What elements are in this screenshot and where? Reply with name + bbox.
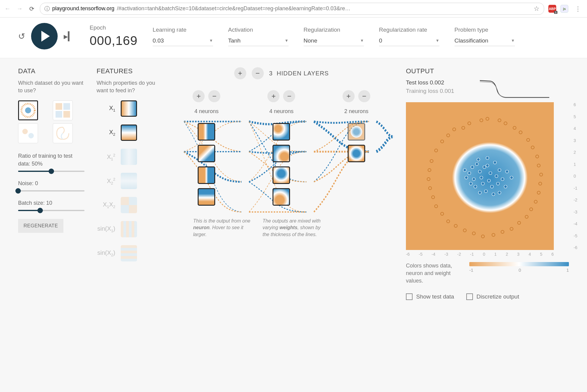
output-column: OUTPUT Test loss 0.002 Training loss 0.0… (406, 67, 569, 392)
play-button[interactable] (31, 23, 58, 49)
batch-slider[interactable] (18, 210, 85, 211)
epoch-display: Epoch 000,169 (90, 24, 138, 48)
neuron[interactable] (198, 188, 215, 206)
output-heatmap[interactable] (406, 102, 554, 250)
remove-layer-button[interactable]: − (252, 67, 264, 79)
svg-point-39 (463, 169, 466, 172)
svg-point-36 (492, 193, 495, 196)
layer-2-count: 4 neurons (269, 108, 293, 115)
svg-point-25 (480, 176, 483, 179)
svg-point-31 (501, 178, 504, 181)
remove-neuron-button[interactable]: − (208, 90, 220, 102)
svg-rect-11 (129, 205, 137, 213)
playback-controls: ↺ ▸▎ (18, 23, 75, 49)
data-title: DATA (18, 67, 85, 75)
feature-sinx2[interactable]: sin(X2) (97, 245, 157, 261)
remove-neuron-button[interactable]: − (283, 90, 295, 102)
reset-button[interactable]: ↺ (18, 31, 25, 41)
adblock-extension-icon[interactable]: ABP1 (548, 5, 556, 13)
star-icon[interactable]: ☆ (534, 5, 540, 13)
remove-neuron-button[interactable]: − (358, 90, 370, 102)
layer-1-count: 4 neurons (194, 108, 219, 115)
add-layer-button[interactable]: + (234, 67, 246, 79)
hints: This is the output from one neuron. Hove… (169, 218, 394, 238)
reg-rate-select[interactable]: 0▼ (379, 36, 439, 46)
ratio-slider[interactable] (18, 171, 85, 172)
dataset-spiral[interactable] (53, 123, 73, 143)
color-legend: Colors shows data, neuron and weight val… (406, 262, 569, 285)
show-test-data-checkbox[interactable]: Show test data (406, 293, 454, 300)
url-path: /#activation=tanh&batchSize=10&dataset=c… (117, 5, 531, 12)
feature-x1[interactable]: X1 (97, 100, 157, 117)
neuron[interactable] (273, 145, 290, 162)
reload-button[interactable]: ⟳ (28, 5, 36, 13)
dataset-grid (18, 100, 85, 143)
batch-label: Batch size: 10 (18, 199, 85, 207)
dataset-xor[interactable] (53, 100, 73, 120)
dataset-circle[interactable] (18, 100, 38, 120)
feature-x1x2[interactable]: X1X2 (97, 197, 157, 213)
svg-point-32 (478, 191, 481, 194)
back-button[interactable]: ← (4, 5, 11, 13)
step-button[interactable]: ▸▎ (64, 31, 75, 41)
layer-1: +− 4 neurons (193, 90, 220, 206)
svg-point-22 (484, 190, 487, 193)
reg-rate-label: Regularization rate (379, 27, 439, 33)
forward-button[interactable]: → (16, 5, 24, 13)
regenerate-button[interactable]: REGENERATE (18, 219, 63, 233)
add-neuron-button[interactable]: + (343, 90, 355, 102)
neuron[interactable] (348, 123, 365, 141)
learning-rate-select[interactable]: 0.03▼ (153, 36, 213, 46)
neuron[interactable] (198, 166, 215, 184)
browser-menu-icon[interactable]: ⋮ (573, 5, 583, 12)
activation-select[interactable]: Tanh▼ (228, 36, 289, 46)
epoch-value: 000,169 (90, 33, 138, 48)
svg-point-26 (489, 172, 492, 175)
svg-point-19 (490, 185, 493, 188)
noise-label: Noise: 0 (18, 180, 85, 187)
svg-point-37 (471, 166, 474, 169)
svg-point-17 (481, 182, 484, 185)
svg-point-29 (483, 166, 486, 169)
discretize-output-checkbox[interactable]: Discretize output (466, 293, 519, 300)
checkbox-icon (406, 293, 413, 300)
svg-rect-8 (121, 197, 129, 205)
feature-x2sq[interactable]: X22 (97, 173, 157, 189)
dataset-gauss[interactable] (18, 123, 38, 143)
add-neuron-button[interactable]: + (267, 90, 279, 102)
neuron[interactable] (273, 166, 290, 184)
svg-point-15 (486, 164, 489, 167)
problem-type-select[interactable]: Classification▼ (455, 36, 515, 46)
neuron[interactable] (198, 145, 215, 162)
js-extension-icon[interactable]: js (560, 5, 568, 13)
output-title: OUTPUT (406, 67, 569, 75)
neuron[interactable] (348, 145, 365, 162)
regularization-select[interactable]: None▼ (304, 36, 364, 46)
url-domain: playground.tensorflow.org (52, 5, 114, 12)
feature-sinx1[interactable]: sin(X1) (97, 221, 157, 237)
main-content: DATA Which dataset do you want to use? R… (0, 58, 587, 392)
noise-slider[interactable] (18, 190, 85, 191)
chevron-down-icon: ▼ (435, 38, 439, 43)
url-bar[interactable]: ⓘ playground.tensorflow.org/#activation=… (40, 3, 544, 15)
neuron[interactable] (198, 123, 215, 141)
neuron[interactable] (273, 188, 290, 206)
neuron[interactable] (273, 123, 290, 141)
svg-point-14 (478, 170, 481, 173)
layer-3: +− 2 neurons (343, 90, 370, 206)
svg-point-42 (510, 176, 513, 179)
feature-x2[interactable]: X2 (97, 125, 157, 141)
svg-point-23 (468, 172, 471, 175)
network-column: + − 3 HIDDEN LAYERS (169, 67, 394, 392)
add-neuron-button[interactable]: + (193, 90, 205, 102)
layers-header: + − 3 HIDDEN LAYERS (169, 67, 394, 79)
svg-point-40 (498, 191, 501, 194)
svg-point-30 (469, 182, 472, 185)
chevron-down-icon: ▼ (360, 38, 364, 43)
noise-slider-group: Noise: 0 (18, 180, 85, 191)
ratio-slider-group: Ratio of training to test data: 50% (18, 152, 85, 172)
layer-columns: +− 4 neurons +− 4 neurons +− 2 neurons (169, 88, 394, 206)
learning-rate-label: Learning rate (153, 27, 213, 33)
svg-point-28 (496, 182, 499, 185)
feature-x1sq[interactable]: X12 (97, 149, 157, 165)
